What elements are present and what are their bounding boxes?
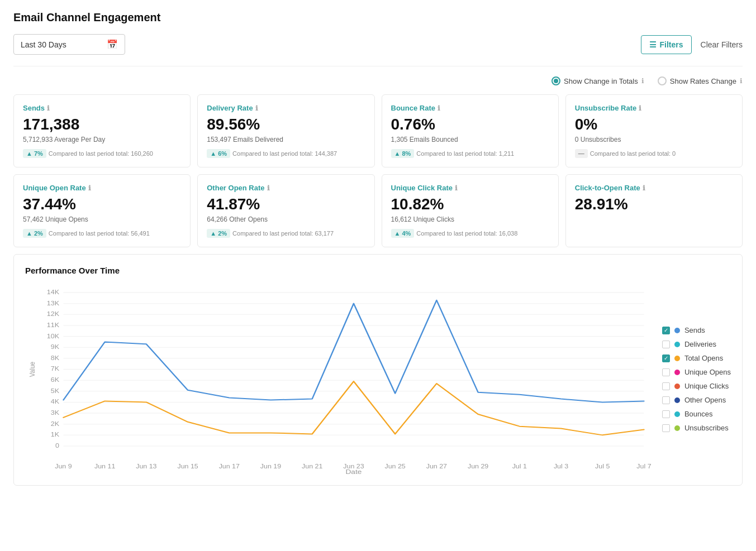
svg-text:Jul 7: Jul 7 (636, 463, 651, 469)
svg-text:4K: 4K (51, 399, 60, 405)
metric-value-bounce-rate: 0.76% (391, 116, 549, 133)
metric-compare-delivery-rate: Compared to last period total: 144,387 (232, 150, 337, 157)
radio-rates[interactable] (658, 76, 667, 85)
legend-checkbox-0[interactable]: ✓ (662, 327, 670, 334)
legend-label-4: Unique Clicks (684, 382, 729, 390)
metric-value-unsubscribe-rate: 0% (575, 116, 733, 133)
metric-badge-unique-open-rate: ▲ 2% (23, 229, 46, 238)
svg-text:Value: Value (28, 362, 36, 377)
legend-dot-3 (674, 370, 680, 375)
metric-footer-sends: ▲ 7%Compared to last period total: 160,2… (23, 149, 181, 158)
svg-text:Jun 15: Jun 15 (177, 463, 198, 469)
svg-text:Jun 27: Jun 27 (426, 463, 447, 469)
date-filter[interactable]: Last 30 Days 📅 (13, 34, 125, 55)
svg-text:3K: 3K (51, 410, 60, 416)
calendar-icon: 📅 (107, 39, 118, 50)
metric-sub-unique-click-rate: 16,612 Unique Clicks (391, 215, 549, 223)
legend-item-deliveries: Deliveries (662, 340, 731, 348)
clear-filters-button[interactable]: Clear Filters (701, 40, 743, 49)
top-bar: Last 30 Days 📅 ☰ Filters Clear Filters (13, 34, 743, 55)
toggle-change-totals[interactable]: Show Change in Totals ℹ (551, 76, 644, 85)
metric-value-sends: 171,388 (23, 116, 181, 133)
info-icon-sends[interactable]: ℹ (47, 104, 50, 112)
divider (13, 66, 743, 66)
metric-sub-unsubscribe-rate: 0 Unsubscribes (575, 136, 733, 143)
metric-badge-delivery-rate: ▲ 6% (207, 149, 230, 158)
legend-item-total-opens: ✓ Total Opens (662, 354, 731, 362)
legend-checkbox-6[interactable] (662, 410, 670, 418)
metric-card-unsubscribe-rate: Unsubscribe Rate ℹ 0% 0 Unsubscribes —Co… (565, 94, 743, 167)
legend-label-1: Deliveries (684, 340, 716, 348)
legend-dot-0 (674, 328, 680, 333)
legend-label-0: Sends (684, 326, 705, 334)
legend-item-bounces: Bounces (662, 410, 731, 418)
svg-text:5K: 5K (51, 388, 60, 394)
metric-card-delivery-rate: Delivery Rate ℹ 89.56% 153,497 Emails De… (197, 94, 374, 167)
info-icon-totals[interactable]: ℹ (641, 77, 644, 85)
svg-text:Jul 5: Jul 5 (595, 463, 610, 469)
legend-item-sends: ✓ Sends (662, 326, 731, 334)
metric-title-unsubscribe-rate: Unsubscribe Rate ℹ (575, 104, 733, 112)
metric-title-click-to-open-rate: Click-to-Open Rate ℹ (575, 184, 733, 192)
metric-sub-sends: 5,712,933 Average Per Day (23, 136, 181, 143)
svg-text:6K: 6K (51, 377, 60, 383)
metric-value-delivery-rate: 89.56% (207, 116, 365, 133)
metric-compare-unsubscribe-rate: Compared to last period total: 0 (590, 150, 676, 157)
legend-checkbox-2[interactable]: ✓ (662, 354, 670, 362)
metric-sub-delivery-rate: 153,497 Emails Delivered (207, 136, 365, 143)
metric-title-unique-click-rate: Unique Click Rate ℹ (391, 184, 549, 192)
info-icon-rates[interactable]: ℹ (740, 77, 743, 85)
legend-dot-1 (674, 342, 680, 347)
legend-label-7: Unsubscribes (684, 424, 729, 432)
metric-card-other-open-rate: Other Open Rate ℹ 41.87% 64,266 Other Op… (197, 174, 374, 247)
metric-sub-unique-open-rate: 57,462 Unique Opens (23, 215, 181, 223)
filters-button[interactable]: ☰ Filters (641, 35, 692, 54)
chart-area: 01K2K3K4K5K6K7K8K9K10K11K12K13K14KJun 9J… (25, 284, 731, 474)
legend-checkbox-7[interactable] (662, 424, 670, 432)
toggle-rates-label: Show Rates Change (670, 77, 736, 85)
radio-totals[interactable] (551, 76, 560, 85)
info-icon-unique-open-rate[interactable]: ℹ (88, 184, 91, 192)
legend-label-3: Unique Opens (684, 368, 731, 376)
performance-title: Performance Over Time (25, 266, 731, 275)
metric-title-bounce-rate: Bounce Rate ℹ (391, 104, 549, 112)
toggle-rates-change[interactable]: Show Rates Change ℹ (658, 76, 743, 85)
filters-label: Filters (660, 40, 683, 49)
metric-value-other-open-rate: 41.87% (207, 195, 365, 213)
svg-text:Jun 29: Jun 29 (468, 463, 488, 469)
metric-value-unique-open-rate: 37.44% (23, 195, 181, 213)
filters-icon: ☰ (649, 40, 657, 49)
info-icon-delivery-rate[interactable]: ℹ (255, 104, 258, 112)
metric-sub-other-open-rate: 64,266 Other Opens (207, 215, 365, 223)
toggle-row: Show Change in Totals ℹ Show Rates Chang… (13, 76, 743, 85)
legend-checkbox-3[interactable] (662, 368, 670, 376)
metric-badge-other-open-rate: ▲ 2% (207, 229, 230, 238)
svg-text:Date: Date (345, 468, 362, 474)
legend-label-2: Total Opens (684, 354, 723, 362)
metric-compare-other-open-rate: Compared to last period total: 63,177 (232, 230, 334, 237)
metric-footer-other-open-rate: ▲ 2%Compared to last period total: 63,17… (207, 229, 365, 238)
metric-compare-sends: Compared to last period total: 160,260 (49, 150, 153, 157)
info-icon-other-open-rate[interactable]: ℹ (267, 184, 270, 192)
metrics-row-2: Unique Open Rate ℹ 37.44% 57,462 Unique … (13, 174, 743, 247)
legend-item-unsubscribes: Unsubscribes (662, 424, 731, 432)
svg-text:Jun 13: Jun 13 (136, 463, 156, 469)
legend-checkbox-5[interactable] (662, 396, 670, 404)
info-icon-unique-click-rate[interactable]: ℹ (455, 184, 458, 192)
svg-text:13K: 13K (47, 300, 60, 306)
info-icon-bounce-rate[interactable]: ℹ (438, 104, 440, 112)
metric-footer-unique-open-rate: ▲ 2%Compared to last period total: 56,49… (23, 229, 181, 238)
metric-title-other-open-rate: Other Open Rate ℹ (207, 184, 365, 192)
legend-checkbox-1[interactable] (662, 341, 670, 348)
info-icon-unsubscribe-rate[interactable]: ℹ (639, 104, 641, 112)
svg-text:Jun 25: Jun 25 (385, 463, 406, 469)
metric-footer-unsubscribe-rate: —Compared to last period total: 0 (575, 149, 733, 158)
metric-footer-unique-click-rate: ▲ 4%Compared to last period total: 16,03… (391, 229, 549, 238)
info-icon-click-to-open-rate[interactable]: ℹ (643, 184, 645, 192)
metric-value-click-to-open-rate: 28.91% (575, 195, 733, 213)
legend-checkbox-4[interactable] (662, 382, 670, 390)
metric-compare-unique-click-rate: Compared to last period total: 16,038 (416, 230, 517, 237)
svg-text:12K: 12K (47, 311, 60, 317)
legend-label-6: Bounces (684, 410, 713, 418)
date-filter-label: Last 30 Days (21, 40, 102, 49)
